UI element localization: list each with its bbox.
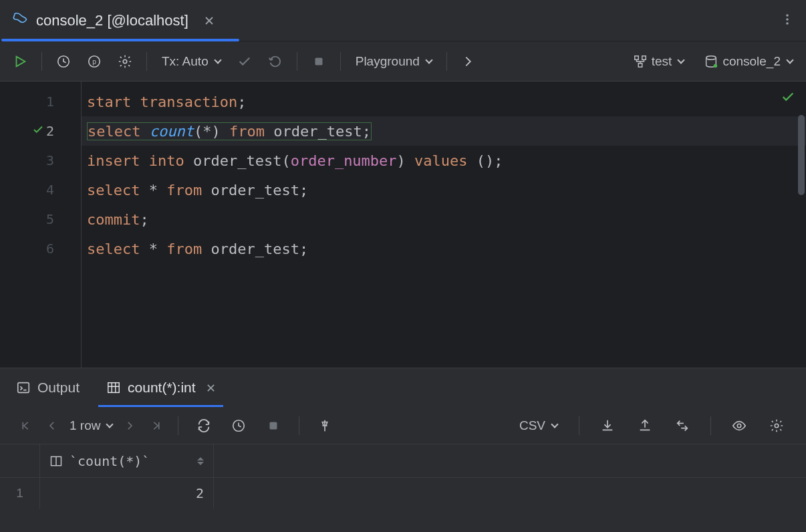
run-button[interactable] [7,48,33,75]
console-selector[interactable]: console_2 [697,54,799,69]
last-page-icon[interactable] [147,420,166,432]
export-format-label: CSV [519,418,545,433]
inspection-ok-icon[interactable] [781,90,795,108]
chevron-down-icon [425,56,432,63]
first-page-icon[interactable] [16,420,35,432]
commit-icon[interactable] [231,48,258,75]
editor-tab[interactable]: console_2 [@localhost] [0,0,226,41]
tab-title: console_2 [@localhost] [36,12,188,29]
code-line[interactable]: select * from order_test; [82,175,806,205]
schema-selector[interactable]: test [626,54,691,69]
chevron-down-icon [214,56,221,63]
editor-gutter: 123456 [0,82,82,368]
gutter-line[interactable]: 5 [0,205,81,234]
sql-editor[interactable]: 123456 start transaction;select count(*)… [0,82,806,368]
compare-icon[interactable] [669,412,696,439]
grid-corner[interactable] [0,444,40,477]
svg-point-0 [786,14,789,17]
chevron-down-icon [678,56,685,63]
svg-point-18 [775,424,779,428]
separator [340,52,341,71]
history-icon[interactable] [225,412,252,439]
code-line[interactable]: select * from order_test; [82,234,806,263]
chevron-down-icon [106,420,114,428]
schema-label: test [652,54,672,69]
upload-icon[interactable] [632,412,658,439]
gutter-line[interactable]: 6 [0,234,81,263]
separator [710,416,711,435]
svg-rect-16 [270,422,277,429]
svg-point-12 [714,63,718,68]
row-count-selector[interactable]: 1 row [70,418,112,433]
column-header[interactable]: `count(*)` [40,444,214,477]
svg-point-6 [123,59,127,63]
separator [146,52,147,71]
result-tab[interactable]: count(*):int [106,368,215,407]
svg-rect-9 [642,55,646,59]
gutter-line[interactable]: 3 [0,146,81,175]
query-toolbar: p Tx: Auto Playground test console_2 [0,41,806,82]
row-number[interactable]: 1 [0,478,40,509]
svg-rect-13 [18,383,29,393]
output-tab[interactable]: Output [16,368,80,407]
gutter-line[interactable]: 1 [0,87,81,116]
settings-icon[interactable] [112,48,138,75]
prev-page-icon[interactable] [43,420,61,432]
view-icon[interactable] [726,412,753,439]
separator [579,416,579,435]
sort-icon[interactable] [197,457,204,465]
expand-icon[interactable] [455,48,482,75]
export-format-selector[interactable]: CSV [513,418,564,433]
history-icon[interactable] [50,48,77,75]
database-console-icon [12,11,29,31]
datasource-icon [704,54,718,69]
separator [446,52,447,71]
results-grid: `count(*)` 12 [0,444,806,509]
svg-rect-10 [638,63,642,67]
svg-point-11 [706,55,716,59]
separator [178,416,178,435]
separator [299,416,299,435]
rollback-icon[interactable] [262,48,289,75]
terminal-icon [16,380,31,395]
code-line[interactable]: start transaction; [82,87,806,116]
svg-point-1 [786,18,789,21]
chevron-down-icon [786,56,793,63]
executed-check-icon [32,123,44,139]
output-icon[interactable]: p [81,48,108,75]
table-icon [106,380,121,395]
gutter-line[interactable]: 2 [0,116,81,146]
close-icon[interactable] [207,380,215,396]
results-tabs: Output count(*):int [0,368,806,407]
output-tab-label: Output [37,380,80,396]
download-icon[interactable] [594,412,621,439]
schema-icon [633,54,648,69]
svg-point-17 [737,424,741,428]
reload-icon[interactable] [190,412,217,439]
code-area[interactable]: start transaction;select count(*) from o… [82,82,806,368]
tab-menu-icon[interactable] [781,13,794,29]
tab-active-indicator [1,39,239,41]
next-page-icon[interactable] [120,420,139,432]
result-tab-label: count(*):int [128,380,196,396]
grid-header-row: `count(*)` [0,444,806,478]
results-panel: Output count(*):int 1 row CSV [0,368,806,532]
gutter-line[interactable]: 4 [0,175,81,205]
svg-rect-14 [108,383,120,393]
close-icon[interactable] [205,16,214,25]
settings-icon[interactable] [763,412,790,439]
code-line[interactable]: commit; [82,205,806,234]
editor-scrollbar[interactable] [798,115,805,195]
column-icon [49,454,63,468]
session-selector[interactable]: Playground [349,54,438,69]
stop-button[interactable] [260,412,287,439]
stop-button[interactable] [305,48,332,75]
code-line[interactable]: select count(*) from order_test; [82,116,806,146]
console-label: console_2 [722,54,781,69]
pin-icon[interactable] [311,412,338,439]
grid-cell[interactable]: 2 [40,478,214,509]
tx-mode-selector[interactable]: Tx: Auto [155,54,227,69]
session-label: Playground [356,54,420,69]
code-line[interactable]: insert into order_test(order_number) val… [82,146,806,175]
table-row[interactable]: 12 [0,478,806,509]
